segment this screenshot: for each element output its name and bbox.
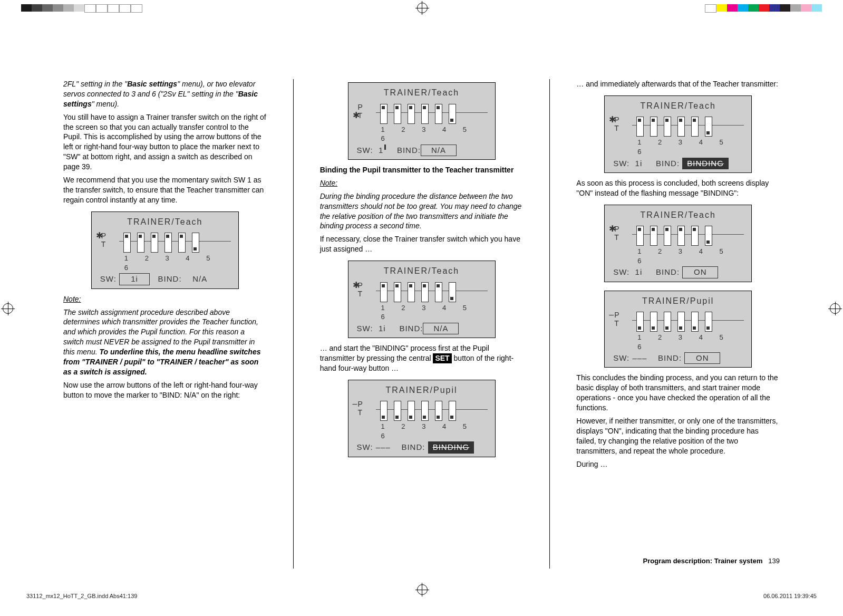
body-text: During … [576,459,780,469]
lcd-diagram-teach: TRAINER/Teach ✱PT 1 2 3 4 5 6 SW [604,95,752,173]
body-text: We recommend that you use the momentary … [63,175,267,205]
body-text: You still have to assign a Trainer trans… [63,112,267,172]
body-text: As soon as this process is concluded, bo… [576,178,780,198]
set-button-label: SET [433,353,451,363]
lcd-diagram-teach: TRAINER/Teach ✱PT 1 2 3 4 5 6 SW [348,261,496,338]
body-text: During the binding procedure the distanc… [320,191,524,232]
lcd-diagram-pupil: TRAINER/Pupil –PT 1 2 3 4 5 6 SW [348,380,496,457]
registration-mark-icon [417,584,428,595]
footer-date: 06.06.2011 19:39:45 [763,592,817,600]
heading: Binding the Pupil transmitter to the Tea… [320,165,524,175]
body-text: This concludes the binding process, and … [576,373,780,413]
body-text: Now use the arrow buttons of the left or… [63,380,267,400]
registration-mark-icon [830,303,840,314]
body-text: 2FL" setting in the "Basic settings" men… [63,79,267,109]
footer-section: Program description: Trainer system 139 [643,556,780,566]
registration-mark-icon [417,3,428,13]
body-text: … and immediately afterwards that of the… [576,79,780,89]
body-text: … and start the "BINDING" process first … [320,343,524,373]
column-2: TRAINER/Teach P✱T 1 2 3 4 5 6 SW [320,79,524,569]
column-3: … and immediately afterwards that of the… [576,79,780,569]
lcd-diagram-teach: TRAINER/Teach ✱PT 1 2 3 4 5 6 SW [91,211,239,289]
body-text: However, if neither transmitter, or only… [576,416,780,456]
registration-mark-icon [3,303,13,314]
note-label: Note: [63,294,267,304]
column-1: 2FL" setting in the "Basic settings" men… [63,79,267,569]
lcd-diagram-teach: TRAINER/Teach ✱PT 1 2 3 4 5 6 SW [604,205,752,282]
footer-file: 33112_mx12_HoTT_2_GB.indd Abs41:139 [26,592,137,600]
lcd-diagram-teach: TRAINER/Teach P✱T 1 2 3 4 5 6 SW [348,82,496,160]
body-text: If necessary, close the Trainer transfer… [320,234,524,254]
note-label: Note: [320,178,524,188]
lcd-diagram-pupil: TRAINER/Pupil –PT 1 2 3 4 5 6 SW [604,291,752,368]
body-text: The switch assignment procedure describe… [63,307,267,377]
